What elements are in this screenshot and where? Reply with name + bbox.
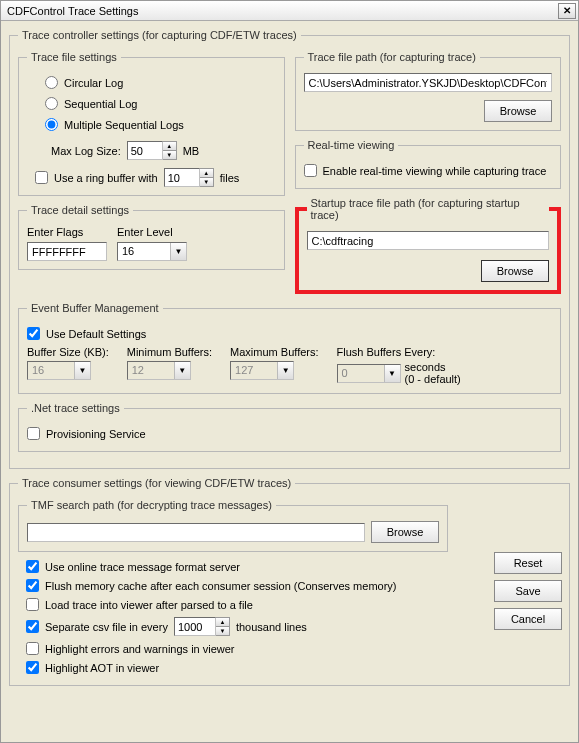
flush-unit1: seconds (405, 361, 461, 373)
realtime-check[interactable] (304, 164, 317, 177)
online-tmf-row[interactable]: Use online trace message format server (26, 560, 448, 573)
max-log-label: Max Log Size: (51, 145, 121, 157)
tmf-legend: TMF search path (for decrypting trace me… (27, 499, 276, 511)
trace-controller-legend: Trace controller settings (for capturing… (18, 29, 301, 41)
spin-down-icon[interactable]: ▼ (200, 178, 213, 186)
startup-browse-button[interactable]: Browse (481, 260, 549, 282)
realtime-check-row[interactable]: Enable real-time viewing while capturing… (304, 164, 553, 177)
hl-errors-row[interactable]: Highlight errors and warnings in viewer (26, 642, 448, 655)
trace-consumer-legend: Trace consumer settings (for viewing CDF… (18, 477, 295, 489)
radio-circular-input[interactable] (45, 76, 58, 89)
spin-down-icon[interactable]: ▼ (163, 151, 176, 159)
radio-multiple-input[interactable] (45, 118, 58, 131)
hl-aot-check[interactable] (26, 661, 39, 674)
ring-buffer-check[interactable] (35, 171, 48, 184)
trace-file-settings-group: Trace file settings Circular Log Sequent… (18, 51, 285, 196)
tmf-input[interactable] (27, 523, 365, 542)
chevron-down-icon: ▼ (277, 362, 293, 379)
flush-label: Flush Buffers Every: (337, 346, 461, 358)
trace-controller-group: Trace controller settings (for capturing… (9, 29, 570, 469)
hl-errors-label: Highlight errors and warnings in viewer (45, 643, 235, 655)
title-bar: CDFControl Trace Settings ✕ (1, 1, 578, 21)
enter-level-select[interactable]: 16 ▼ (117, 242, 187, 261)
realtime-label: Enable real-time viewing while capturing… (323, 165, 547, 177)
close-icon: ✕ (563, 5, 571, 16)
spin-up-icon[interactable]: ▲ (200, 169, 213, 178)
chevron-down-icon[interactable]: ▼ (170, 243, 186, 260)
trace-consumer-group: Trace consumer settings (for viewing CDF… (9, 477, 570, 686)
online-tmf-check[interactable] (26, 560, 39, 573)
radio-circular-log[interactable]: Circular Log (45, 76, 276, 89)
trace-file-path-legend: Trace file path (for capturing trace) (304, 51, 480, 63)
use-default-check[interactable] (27, 327, 40, 340)
event-buffer-group: Event Buffer Management Use Default Sett… (18, 302, 561, 394)
sep-csv-before: Separate csv file in every (45, 621, 168, 633)
realtime-group: Real-time viewing Enable real-time viewi… (295, 139, 562, 189)
trace-file-path-group: Trace file path (for capturing trace) Br… (295, 51, 562, 131)
ring-buffer-spinner[interactable]: ▲▼ (164, 168, 214, 187)
event-buffer-legend: Event Buffer Management (27, 302, 163, 314)
radio-sequential-label: Sequential Log (64, 98, 137, 110)
load-trace-label: Load trace into viewer after parsed to a… (45, 599, 253, 611)
buffer-size-label: Buffer Size (KB): (27, 346, 109, 358)
use-default-row[interactable]: Use Default Settings (27, 327, 552, 340)
spin-up-icon[interactable]: ▲ (216, 618, 229, 627)
trace-detail-group: Trace detail settings Enter Flags Enter … (18, 204, 285, 270)
window-title: CDFControl Trace Settings (7, 5, 138, 17)
spin-down-icon[interactable]: ▼ (216, 627, 229, 635)
tmf-browse-button[interactable]: Browse (371, 521, 439, 543)
sep-csv-input[interactable] (174, 617, 216, 636)
max-log-input[interactable] (127, 141, 163, 160)
max-buffers-value: 127 (231, 362, 277, 379)
trace-path-browse-button[interactable]: Browse (484, 100, 552, 122)
provisioning-check[interactable] (27, 427, 40, 440)
realtime-legend: Real-time viewing (304, 139, 399, 151)
enter-flags-label: Enter Flags (27, 226, 107, 238)
hl-errors-check[interactable] (26, 642, 39, 655)
ring-buffer-label: Use a ring buffer with (54, 172, 158, 184)
sep-csv-after: thousand lines (236, 621, 307, 633)
reset-button[interactable]: Reset (494, 552, 562, 574)
flush-mem-row[interactable]: Flush memory cache after each consumer s… (26, 579, 448, 592)
radio-circular-label: Circular Log (64, 77, 123, 89)
dialog-window: CDFControl Trace Settings ✕ Trace contro… (0, 0, 579, 743)
hl-aot-row[interactable]: Highlight AOT in viewer (26, 661, 448, 674)
sep-csv-check[interactable] (26, 620, 39, 633)
enter-level-value: 16 (118, 243, 170, 260)
min-buffers-value: 12 (128, 362, 174, 379)
trace-file-path-input[interactable] (304, 73, 553, 92)
startup-trace-group: Startup trace file path (for capturing s… (295, 197, 562, 294)
ring-buffer-after: files (220, 172, 240, 184)
cancel-button[interactable]: Cancel (494, 608, 562, 630)
load-trace-check[interactable] (26, 598, 39, 611)
flush-select: 0 ▼ (337, 364, 401, 383)
max-log-spinner[interactable]: ▲▼ (127, 141, 177, 160)
trace-detail-legend: Trace detail settings (27, 204, 133, 216)
sep-csv-spinner[interactable]: ▲▼ (174, 617, 230, 636)
buffer-size-value: 16 (28, 362, 74, 379)
dialog-buttons: Reset Save Cancel (494, 552, 562, 630)
startup-path-input[interactable] (307, 231, 550, 250)
net-trace-legend: .Net trace settings (27, 402, 124, 414)
use-default-label: Use Default Settings (46, 328, 146, 340)
flush-mem-check[interactable] (26, 579, 39, 592)
spin-up-icon[interactable]: ▲ (163, 142, 176, 151)
flush-unit2: (0 - default) (405, 373, 461, 385)
max-log-unit: MB (183, 145, 200, 157)
save-button[interactable]: Save (494, 580, 562, 602)
enter-flags-input[interactable] (27, 242, 107, 261)
flush-value: 0 (338, 365, 384, 382)
radio-multiple-log[interactable]: Multiple Sequential Logs (45, 118, 276, 131)
radio-sequential-input[interactable] (45, 97, 58, 110)
load-trace-row[interactable]: Load trace into viewer after parsed to a… (26, 598, 448, 611)
net-trace-group: .Net trace settings Provisioning Service (18, 402, 561, 452)
close-button[interactable]: ✕ (558, 3, 576, 19)
client-area: Trace controller settings (for capturing… (1, 21, 578, 702)
ring-buffer-input[interactable] (164, 168, 200, 187)
trace-file-settings-legend: Trace file settings (27, 51, 121, 63)
buffer-size-select: 16 ▼ (27, 361, 91, 380)
provisioning-row[interactable]: Provisioning Service (27, 427, 552, 440)
tmf-group: TMF search path (for decrypting trace me… (18, 499, 448, 552)
min-buffers-label: Minimum Buffers: (127, 346, 212, 358)
radio-sequential-log[interactable]: Sequential Log (45, 97, 276, 110)
